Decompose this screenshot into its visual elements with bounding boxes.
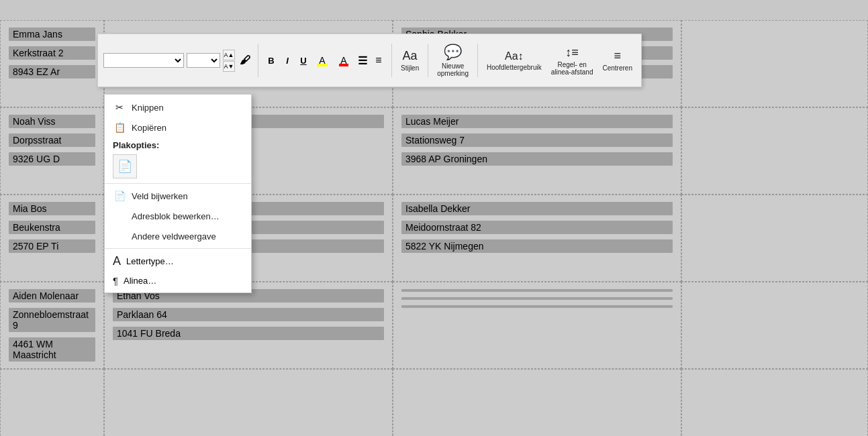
cell-4-5 xyxy=(681,369,868,436)
edit-address-block-icon xyxy=(113,209,126,223)
street-label-2-3: Parklaan 64 xyxy=(113,308,384,321)
font-select[interactable] xyxy=(103,53,184,68)
line-spacing-label: Regel- enalinea-afstand xyxy=(551,61,593,76)
highlight-button[interactable]: A xyxy=(312,53,332,68)
center-label: Centreren xyxy=(603,64,632,72)
separator-2 xyxy=(391,44,392,77)
city-label-1-4: 4461 WM Maastricht xyxy=(9,337,95,362)
center-icon: ≡ xyxy=(614,49,621,63)
name-label-3-3: Isabella Dekker xyxy=(401,202,673,215)
street-label-3-4 xyxy=(401,297,673,300)
city-label-1-3: 2570 EP Ti xyxy=(9,239,95,253)
format-buttons-group: B I U A A ☰ ≡ xyxy=(264,53,386,68)
styles-button[interactable]: Aa Stijlen xyxy=(397,47,422,74)
paragraph-icon: ¶ xyxy=(113,275,118,286)
copy-icon: 📋 xyxy=(113,121,126,134)
font-label: Lettertype… xyxy=(126,256,174,266)
copy-label: Kopiëren xyxy=(132,123,166,133)
paint-format-button[interactable]: 🖌 xyxy=(238,53,252,68)
line-spacing-button[interactable]: ↕≡ Regel- enalinea-afstand xyxy=(548,44,597,78)
cell-1-5 xyxy=(0,369,104,436)
other-field-view-menu-item[interactable]: Andere veldweergave xyxy=(105,226,251,246)
other-field-view-label: Andere veldweergave xyxy=(132,231,216,241)
cell-2-4: Ethan Vos Parklaan 64 1041 FU Breda xyxy=(104,282,393,369)
cell-1-4: Aiden Molenaar Zonnebloemstraat 9 4461 W… xyxy=(0,282,104,369)
edit-address-block-label: Adresblok bewerken… xyxy=(132,211,220,221)
city-label-3-3: 5822 YK Nijmegen xyxy=(401,239,673,253)
cell-3-4 xyxy=(393,282,681,369)
center-button[interactable]: ≡ Centreren xyxy=(599,47,636,74)
ctx-separator-1 xyxy=(105,183,251,184)
formatting-toolbar: A▲ A▼ 🖌 B I U A A ☰ ≡ Aa Stijlen 💬 Nieuw… xyxy=(97,34,642,87)
cut-icon: ✂ xyxy=(113,101,126,114)
font-color-bar xyxy=(339,64,348,66)
paste-icons-group: 📄 xyxy=(105,152,251,181)
italic-button[interactable]: I xyxy=(280,53,295,68)
cell-1-2: Noah Viss Dorpsstraat 9326 UG D xyxy=(0,107,104,195)
cell-1-1: Emma Jans Kerkstraat 2 8943 EZ Ar xyxy=(0,20,104,107)
name-label-1-3: Mia Bos xyxy=(9,202,95,215)
context-menu: ✂ Knippen 📋 Kopiëren Plakopties: 📄 📄 Vel… xyxy=(104,94,252,293)
font-size-increase-button[interactable]: A▲ xyxy=(223,50,235,60)
other-field-view-icon xyxy=(113,229,126,243)
paste-options-label: Plakopties: xyxy=(105,138,251,152)
new-comment-label: Nieuweopmerking xyxy=(437,62,469,77)
street-label-1-4: Zonnebloemstraat 9 xyxy=(9,308,95,332)
cell-3-2: Lucas Meijer Stationsweg 7 3968 AP Groni… xyxy=(393,107,681,195)
city-label-3-4 xyxy=(401,305,673,308)
new-comment-icon: 💬 xyxy=(444,44,462,61)
line-spacing-icon: ↕≡ xyxy=(565,46,579,60)
street-label-3-2: Stationsweg 7 xyxy=(401,133,673,147)
cell-3-3: Isabella Dekker Meidoornstraat 82 5822 Y… xyxy=(393,195,681,282)
city-label-1-2: 9326 UG D xyxy=(9,152,95,166)
styles-icon: Aa xyxy=(403,49,418,63)
street-label-1-2: Dorpsstraat xyxy=(9,133,95,147)
underline-button[interactable]: U xyxy=(296,53,311,68)
update-field-icon: 📄 xyxy=(113,189,126,203)
capitalization-button[interactable]: Aa↕ Hoofdlettergebruik xyxy=(483,48,545,73)
city-label-3-2: 3968 AP Groningen xyxy=(401,152,673,166)
street-label-3-3: Meidoornstraat 82 xyxy=(401,221,673,234)
cut-label: Knippen xyxy=(132,103,164,113)
highlight-color-bar xyxy=(317,64,328,66)
street-label-1-1: Kerkstraat 2 xyxy=(9,46,95,60)
paste-icon-button[interactable]: 📄 xyxy=(113,154,137,178)
name-label-3-4 xyxy=(401,289,673,292)
cell-4-4 xyxy=(681,282,868,369)
street-label-1-3: Beukenstra xyxy=(9,221,95,234)
font-size-decrease-button[interactable]: A▼ xyxy=(223,61,235,72)
city-label-1-1: 8943 EZ Ar xyxy=(9,65,95,78)
cell-4-3 xyxy=(681,195,868,282)
ctx-separator-2 xyxy=(105,248,251,249)
city-label-2-3: 1041 FU Breda xyxy=(113,327,384,340)
cell-1-3: Mia Bos Beukenstra 2570 EP Ti xyxy=(0,195,104,282)
paragraph-menu-item[interactable]: ¶ Alinea… xyxy=(105,272,251,290)
name-label-1-4: Aiden Molenaar xyxy=(9,289,95,303)
capitalization-icon: Aa↕ xyxy=(505,50,524,62)
font-size-buttons: A▲ A▼ xyxy=(223,50,235,72)
copy-menu-item[interactable]: 📋 Kopiëren xyxy=(105,117,251,138)
name-label-1-2: Noah Viss xyxy=(9,115,95,128)
name-label-1-1: Emma Jans xyxy=(9,28,95,41)
cell-4-1 xyxy=(681,20,868,107)
separator-3 xyxy=(428,44,428,77)
edit-address-block-menu-item[interactable]: Adresblok bewerken… xyxy=(105,206,251,226)
bold-button[interactable]: B xyxy=(264,53,279,68)
font-menu-item[interactable]: A Lettertype… xyxy=(105,251,251,272)
cell-2-5 xyxy=(104,369,393,436)
cell-4-2 xyxy=(681,107,868,195)
cut-menu-item[interactable]: ✂ Knippen xyxy=(105,97,251,117)
separator-1 xyxy=(258,44,258,77)
font-color-button[interactable]: A xyxy=(334,53,354,68)
numbered-list-button[interactable]: ≡ xyxy=(371,53,386,68)
bullet-list-button[interactable]: ☰ xyxy=(355,53,370,68)
name-label-3-2: Lucas Meijer xyxy=(401,115,673,128)
paragraph-label: Alinea… xyxy=(124,276,156,286)
font-icon: A xyxy=(113,254,121,268)
font-size-select[interactable] xyxy=(187,53,220,68)
update-field-menu-item[interactable]: 📄 Veld bijwerken xyxy=(105,186,251,206)
separator-4 xyxy=(477,44,478,77)
styles-label: Stijlen xyxy=(401,64,419,72)
capitalization-label: Hoofdlettergebruik xyxy=(487,64,542,71)
new-comment-button[interactable]: 💬 Nieuweopmerking xyxy=(434,42,472,79)
